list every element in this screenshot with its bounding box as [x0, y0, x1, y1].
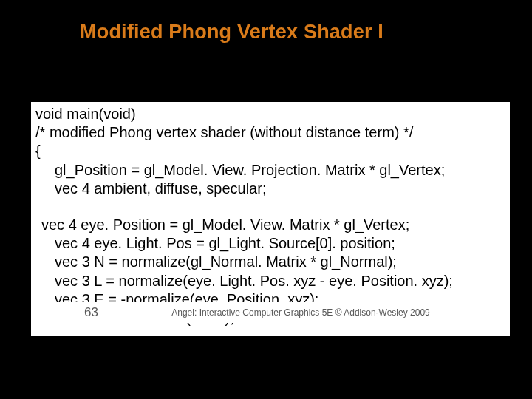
credit-text: Angel: Interactive Computer Graphics 5E … — [151, 307, 510, 318]
code-line: void main(void) — [35, 105, 505, 123]
code-line: vec 3 L = normalize(eye. Light. Pos. xyz… — [35, 272, 505, 290]
code-line: /* modified Phong vertex shader (without… — [35, 123, 505, 142]
page-number: 63 — [31, 304, 151, 320]
code-line: vec 4 ambient, diffuse, specular; — [35, 180, 505, 198]
code-block: void main(void) /* modified Phong vertex… — [31, 102, 510, 336]
blank-line — [35, 198, 505, 216]
code-line: vec 3 N = normalize(gl_Normal. Matrix * … — [35, 253, 505, 271]
slide: Modified Phong Vertex Shader I void main… — [0, 0, 532, 399]
slide-title: Modified Phong Vertex Shader I — [0, 0, 532, 44]
code-line: vec 4 eye. Position = gl_Model. View. Ma… — [35, 216, 505, 234]
code-line: { — [35, 142, 505, 160]
code-line: gl_Position = gl_Model. View. Projection… — [35, 161, 505, 180]
footer: 63 Angel: Interactive Computer Graphics … — [31, 302, 510, 323]
code-line: vec 4 eye. Light. Pos = gl_Light. Source… — [35, 234, 505, 253]
